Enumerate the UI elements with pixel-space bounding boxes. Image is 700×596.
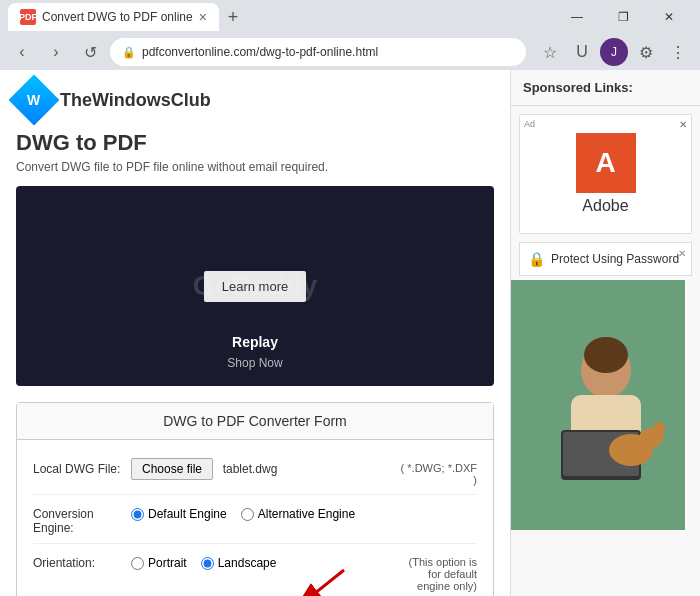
puzzle-icon[interactable]: ⚙ xyxy=(632,38,660,66)
logo-area: W TheWindowsClub xyxy=(16,82,494,118)
adobe-ad: ✕ Ad A Adobe xyxy=(520,115,691,233)
form-title: DWG to PDF Converter Form xyxy=(17,403,493,440)
adobe-ad-block: ✕ Ad A Adobe xyxy=(519,114,692,234)
ad-close-label[interactable]: ✕ xyxy=(679,119,687,130)
protect-ad-close[interactable]: ✕ xyxy=(678,248,686,259)
engine-default-label: Default Engine xyxy=(148,507,227,521)
lock-protect-icon: 🔒 xyxy=(528,251,545,267)
red-arrow-icon xyxy=(234,560,354,596)
new-tab-button[interactable]: + xyxy=(219,3,247,31)
profile-icon[interactable]: J xyxy=(600,38,628,66)
browser-tab[interactable]: PDF Convert DWG to PDF online × xyxy=(8,3,219,31)
minimize-button[interactable]: — xyxy=(554,0,600,34)
form-body: Local DWG File: Choose file tablet.dwg (… xyxy=(17,440,493,596)
engine-default-radio[interactable] xyxy=(131,508,144,521)
svg-line-1 xyxy=(294,570,344,596)
tab-title: Convert DWG to PDF online xyxy=(42,10,193,24)
page-title: DWG to PDF xyxy=(16,130,494,156)
page-content: W TheWindowsClub DWG to PDF Convert DWG … xyxy=(0,70,700,596)
ad-replay-text: Replay xyxy=(232,334,278,350)
sidebar: Sponsored Links: ✕ Ad A Adobe ✕ xyxy=(510,70,700,596)
converter-form: DWG to PDF Converter Form Local DWG File… xyxy=(16,402,494,596)
engine-label: Conversion Engine: xyxy=(33,503,123,535)
engine-alternative-radio[interactable] xyxy=(241,508,254,521)
engine-row: Conversion Engine: Default Engine Altern… xyxy=(33,495,477,544)
choose-file-button[interactable]: Choose file xyxy=(131,458,213,480)
protect-ad[interactable]: 🔒 Protect Using Password xyxy=(519,242,692,276)
ad-indicator: Ad xyxy=(524,119,535,129)
engine-alternative-label: Alternative Engine xyxy=(258,507,355,521)
logo-text: TheWindowsClub xyxy=(60,90,211,111)
window-controls: — ❐ ✕ xyxy=(554,0,692,34)
portrait-label: Portrait xyxy=(148,556,187,570)
url-text: pdfconvertonline.com/dwg-to-pdf-online.h… xyxy=(142,45,378,59)
svg-point-10 xyxy=(584,337,628,373)
browser-icons: ☆ U J ⚙ ⋮ xyxy=(536,38,692,66)
engine-radio-group: Default Engine Alternative Engine xyxy=(131,503,477,521)
lady-with-dog-svg xyxy=(511,280,685,530)
portrait-radio[interactable] xyxy=(131,557,144,570)
tab-close-button[interactable]: × xyxy=(199,9,207,25)
landscape-radio[interactable] xyxy=(201,557,214,570)
engine-controls: Default Engine Alternative Engine xyxy=(131,503,477,521)
ad-shop-text: Shop Now xyxy=(227,356,282,370)
back-button[interactable]: ‹ xyxy=(8,38,36,66)
protect-ad-wrapper: ✕ 🔒 Protect Using Password xyxy=(511,242,700,276)
maximize-button[interactable]: ❐ xyxy=(600,0,646,34)
main-content: W TheWindowsClub DWG to PDF Convert DWG … xyxy=(0,70,510,596)
file-label: Local DWG File: xyxy=(33,458,123,476)
browser-chrome: PDF Convert DWG to PDF online × + — ❐ ✕ … xyxy=(0,0,700,70)
forward-button[interactable]: › xyxy=(42,38,70,66)
url-bar[interactable]: 🔒 pdfconvertonline.com/dwg-to-pdf-online… xyxy=(110,38,526,66)
page-subtitle: Convert DWG file to PDF file online with… xyxy=(16,160,494,174)
extensions-icon[interactable]: U xyxy=(568,38,596,66)
file-controls: Choose file tablet.dwg xyxy=(131,458,389,480)
file-hint: ( *.DWG; *.DXF ) xyxy=(397,458,477,486)
learn-more-button[interactable]: Learn more xyxy=(204,271,306,302)
title-bar: PDF Convert DWG to PDF online × + — ❐ ✕ xyxy=(0,0,700,34)
sidebar-image-ad xyxy=(511,280,685,530)
menu-icon[interactable]: ⋮ xyxy=(664,38,692,66)
file-name: tablet.dwg xyxy=(223,462,278,476)
adobe-text: Adobe xyxy=(582,197,628,215)
orientation-label: Orientation: xyxy=(33,552,123,570)
adobe-logo-wrapper: A Adobe xyxy=(530,133,681,215)
adobe-logo-icon: A xyxy=(576,133,636,193)
sponsored-label: Sponsored Links: xyxy=(511,70,700,106)
orientation-hint: (This option is for default engine only) xyxy=(397,552,477,592)
svg-point-9 xyxy=(653,422,665,438)
portrait-option[interactable]: Portrait xyxy=(131,556,187,570)
close-button[interactable]: ✕ xyxy=(646,0,692,34)
refresh-button[interactable]: ↺ xyxy=(76,38,104,66)
lock-icon: 🔒 xyxy=(122,46,136,59)
engine-default-option[interactable]: Default Engine xyxy=(131,507,227,521)
tab-favicon: PDF xyxy=(20,9,36,25)
protect-text: Protect Using Password xyxy=(551,252,679,266)
logo-icon: W xyxy=(9,75,60,126)
star-icon[interactable]: ☆ xyxy=(536,38,564,66)
ad-banner: GoDaddy Learn more Replay Shop Now xyxy=(16,186,494,386)
file-row: Local DWG File: Choose file tablet.dwg (… xyxy=(33,450,477,495)
engine-alternative-option[interactable]: Alternative Engine xyxy=(241,507,355,521)
address-bar: ‹ › ↺ 🔒 pdfconvertonline.com/dwg-to-pdf-… xyxy=(0,34,700,70)
